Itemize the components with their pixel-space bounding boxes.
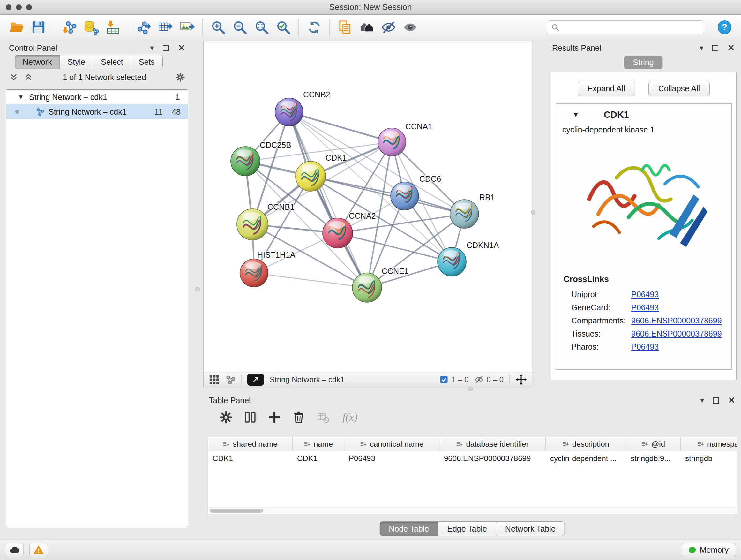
gene-section-header[interactable]: ▼ CDK1 [556,104,731,123]
show-all-button[interactable] [401,18,420,37]
import-table-button[interactable] [103,18,122,37]
expand-all-button[interactable]: Expand All [578,81,635,97]
crosslink-pharos-link[interactable]: P06493 [631,342,659,352]
hide-selected-button[interactable] [379,18,398,37]
gear-icon[interactable] [176,72,185,82]
network-row-selected[interactable]: String Network – cdk1 11 48 [6,105,188,119]
panel-close-icon[interactable]: ✕ [727,44,735,52]
node-CCNA2[interactable] [323,218,353,248]
tab-node-table[interactable]: Node Table [380,521,438,536]
home-button[interactable] [357,18,376,37]
document-copy-button[interactable] [335,18,354,37]
column-header-description[interactable]: description [546,437,626,451]
node-CCNE1[interactable] [352,273,382,302]
memory-button[interactable]: Memory [682,543,736,557]
refresh-view-button[interactable] [305,18,324,37]
column-header-canonical-name[interactable]: canonical name [344,437,440,451]
tab-style[interactable]: Style [60,55,93,69]
search-input[interactable] [562,23,700,32]
birds-eye-grid-icon[interactable] [209,374,219,385]
node-CCNB2[interactable] [275,98,303,126]
delete-trash-icon[interactable] [292,411,306,424]
node-CDK1[interactable] [295,161,326,191]
table-row[interactable]: CDK1 CDK1 P06493 9606.ENSP00000378699 cy… [208,451,737,465]
node-CDKN1A[interactable] [437,247,466,276]
crosslink-genecard-link[interactable]: P06493 [631,303,659,312]
zoom-out-button[interactable] [230,18,249,37]
import-network-database-button[interactable] [81,18,100,37]
show-columns-icon[interactable] [244,411,257,424]
network-canvas[interactable]: CCNB2CCNA1CDC25BCDK1CDC6RB1CCNB1CCNA2CDK… [204,41,532,372]
save-session-button[interactable] [29,18,48,37]
splitter-handle-bottom[interactable] [468,387,473,391]
node-RB1[interactable] [450,199,479,228]
function-builder-button[interactable]: f(x) [340,411,357,423]
expand-all-chevrons-icon[interactable] [23,72,33,82]
pan-move-icon[interactable] [515,374,527,385]
node-HIST1H1A[interactable] [240,259,268,287]
column-header-name[interactable]: name [293,437,344,451]
column-header-id[interactable]: @id [626,437,681,451]
edge-CDK1-RB1[interactable] [311,176,464,214]
export-network-button[interactable] [134,18,153,37]
search-box[interactable] [547,20,704,35]
help-button[interactable]: ? [715,18,734,37]
cell-name[interactable]: CDK1 [293,451,344,465]
panel-menu-caret-icon[interactable]: ▾ [699,44,703,52]
crosslink-uniprot-link[interactable]: P06493 [631,290,659,299]
tab-edge-table[interactable]: Edge Table [438,521,496,536]
cell-id[interactable]: stringdb:9... [626,451,681,465]
cloud-button[interactable] [5,543,23,557]
table-settings-gear-icon[interactable] [219,411,232,424]
cell-canonical-name[interactable]: P06493 [344,451,440,465]
node-CCNA1[interactable] [378,128,406,156]
cell-description[interactable]: cyclin-dependent ... [546,451,626,465]
window-close-button[interactable] [6,4,11,10]
splitter-handle-right[interactable] [531,210,536,215]
collapse-all-chevrons-icon[interactable] [9,72,18,82]
panel-close-icon[interactable]: ✕ [728,396,735,405]
open-in-window-button[interactable] [247,374,264,386]
add-column-plus-icon[interactable] [268,411,281,424]
tab-select[interactable]: Select [93,55,131,69]
hidden-eye-slash-icon[interactable] [475,375,483,384]
column-header-namespace[interactable]: namespace [681,437,737,451]
zoom-fit-button[interactable] [252,18,271,37]
panel-float-icon[interactable] [163,45,169,51]
horizontal-scrollbar[interactable] [208,507,737,514]
column-header-database-identifier[interactable]: database identifier [440,437,546,451]
edge-CCNB2-CCNE1[interactable] [289,112,367,288]
network-overview-icon[interactable] [225,374,235,385]
node-CDC6[interactable] [391,182,419,210]
collapse-all-button[interactable]: Collapse All [649,81,710,97]
window-zoom-button[interactable] [26,4,32,10]
zoom-selected-button[interactable] [273,18,293,37]
tab-network[interactable]: Network [15,55,60,69]
disclosure-triangle-icon[interactable]: ▼ [572,111,579,118]
network-collection-row[interactable]: ▼ String Network – cdk1 1 [6,90,188,105]
export-table-button[interactable] [156,18,175,37]
tab-sets[interactable]: Sets [131,55,163,69]
panel-menu-caret-icon[interactable]: ▾ [150,44,154,52]
checkbox-icon[interactable] [440,375,448,384]
edge-CCNB2-CCNA1[interactable] [289,112,392,142]
node-CCNB1[interactable] [237,209,268,240]
edge-CCNE1-HIST1H1A[interactable] [254,273,367,288]
cell-namespace[interactable]: stringdb [681,451,737,465]
node-CDC25B[interactable] [231,146,260,176]
panel-float-icon[interactable] [712,45,718,51]
cell-shared-name[interactable]: CDK1 [208,451,293,465]
import-network-button[interactable] [60,18,79,37]
splitter-handle-left[interactable] [195,287,200,292]
export-image-button[interactable] [178,18,197,37]
open-session-button[interactable] [7,18,26,37]
cell-database-identifier[interactable]: 9606.ENSP00000378699 [440,451,546,465]
panel-menu-caret-icon[interactable]: ▾ [700,396,704,404]
network-view[interactable]: CCNB2CCNA1CDC25BCDK1CDC6RB1CCNB1CCNA2CDK… [203,41,532,387]
tab-network-table[interactable]: Network Table [496,521,565,536]
crosslink-tissues-link[interactable]: 9606.ENSP00000378699 [631,329,722,338]
warnings-button[interactable] [29,543,48,557]
panel-close-icon[interactable]: ✕ [178,44,185,52]
crosslink-compartments-link[interactable]: 9606.ENSP00000378699 [631,316,722,325]
disclosure-triangle-icon[interactable]: ▼ [18,94,24,101]
